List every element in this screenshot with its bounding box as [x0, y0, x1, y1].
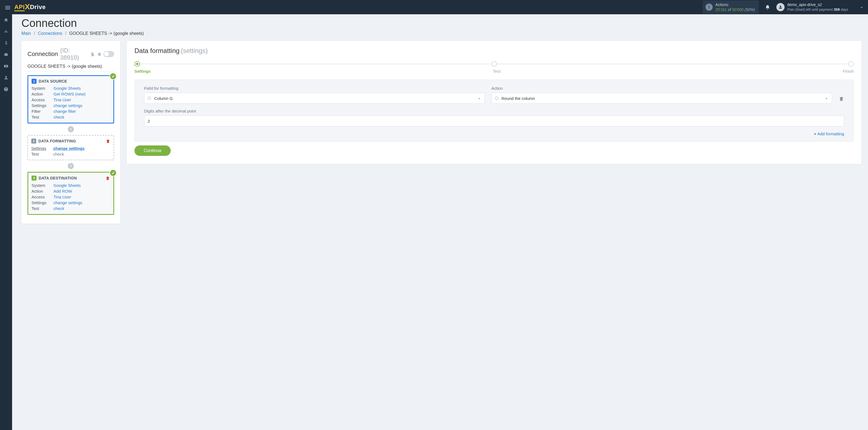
trash-icon [106, 139, 110, 144]
step-title: DATA SOURCE [39, 79, 67, 84]
step-number: 2 [31, 139, 36, 144]
rail-videos[interactable] [0, 60, 12, 72]
page: Connection Main / Connections / GOOGLE S… [12, 14, 868, 235]
settings-button[interactable] [97, 52, 101, 57]
dest-test-link[interactable]: check [54, 206, 64, 211]
briefcase-icon [4, 52, 8, 57]
left-rail [0, 14, 12, 235]
radio-icon [495, 97, 498, 100]
formatting-form: Field for formatting Column G Action Rou… [134, 80, 854, 142]
breadcrumb-main[interactable]: Main [22, 31, 31, 36]
delete-formatting-step[interactable] [106, 138, 110, 144]
digits-label: Digits after the decimal point [144, 109, 844, 113]
rail-help[interactable] [0, 84, 12, 95]
chevron-down-icon [477, 96, 481, 101]
logo-api: API [14, 4, 25, 11]
rail-account[interactable] [0, 72, 12, 84]
connection-id: (ID: 38910) [60, 47, 88, 61]
rail-billing[interactable] [0, 37, 12, 49]
youtube-icon [4, 64, 8, 69]
connection-heading: Connection [27, 51, 58, 58]
source-action-link[interactable]: Get ROWS (new) [54, 92, 86, 96]
formatting-panel: Data formatting (settings) Settings Test… [127, 41, 861, 164]
topbar-dropdown[interactable] [848, 4, 864, 10]
delete-destination-step[interactable] [105, 175, 110, 181]
dest-access-link[interactable]: Tina User [54, 194, 71, 199]
trash-icon [105, 176, 110, 181]
user-icon [4, 75, 8, 80]
home-icon [4, 18, 8, 23]
notifications-button[interactable] [765, 4, 770, 10]
menu-toggle[interactable] [2, 2, 13, 12]
source-test-link[interactable]: check [54, 115, 64, 119]
source-system-link[interactable]: Google Sheets [54, 86, 81, 91]
connection-toggle[interactable] [103, 51, 114, 57]
check-icon: ✓ [110, 73, 117, 80]
hamburger-icon [4, 4, 11, 11]
bell-icon [765, 5, 770, 10]
user-text: demo_apix-drive_s2 Plan |Start| left unt… [787, 2, 848, 12]
step-title: DATA DESTINATION [39, 176, 77, 180]
chevron-down-icon [825, 96, 829, 101]
sitemap-icon [4, 29, 8, 34]
step-title: DATA FORMATTING [38, 139, 76, 143]
dest-system-link[interactable]: Google Sheets [54, 183, 81, 188]
stepper [134, 61, 854, 67]
topbar: API X Drive i Actions: 25'161 of 50'000 … [0, 0, 868, 14]
breadcrumb-connections[interactable]: Connections [38, 31, 62, 36]
gear-icon [97, 52, 101, 57]
stepper-label-finish: Finish [843, 69, 854, 73]
source-filter-link[interactable]: change filter [54, 109, 76, 114]
radio-icon [148, 97, 151, 100]
formatting-settings-link[interactable]: change settings [53, 146, 85, 151]
actions-badge[interactable]: i Actions: 25'161 of 50'000 (50%) [703, 1, 759, 14]
copy-button[interactable] [90, 52, 95, 57]
rail-connections[interactable] [0, 26, 12, 37]
info-icon: i [706, 4, 713, 11]
source-settings-link[interactable]: change settings [54, 103, 82, 108]
add-step-button-2[interactable]: + [68, 163, 74, 169]
add-formatting-link[interactable]: +Add formatting [814, 131, 844, 136]
stepper-label-settings: Settings [134, 69, 151, 73]
breadcrumb: Main / Connections / GOOGLE SHEETS -> (g… [22, 31, 861, 36]
logo-drive: Drive [30, 4, 46, 11]
connection-name: GOOGLE SHEETS -> (google sheets) [27, 64, 114, 71]
stepper-node-finish[interactable] [848, 61, 854, 67]
step-data-formatting[interactable]: 2 DATA FORMATTING Settingschange setting… [27, 135, 114, 160]
avatar-icon [776, 3, 784, 11]
connection-panel: Connection (ID: 38910) GOOGLE SHEETS -> … [22, 41, 120, 224]
logo-x-icon: X [25, 2, 30, 11]
stepper-node-test[interactable] [492, 61, 497, 67]
help-icon [4, 87, 8, 92]
field-for-formatting-select[interactable]: Column G [144, 93, 485, 104]
check-icon: ✓ [110, 169, 117, 177]
actions-text: Actions: 25'161 of 50'000 (50%) [715, 2, 755, 12]
delete-formatting-row[interactable] [839, 95, 844, 104]
rail-projects[interactable] [0, 49, 12, 60]
continue-button[interactable]: Continue [134, 146, 171, 156]
logo[interactable]: API X Drive [14, 3, 45, 11]
trash-icon [839, 96, 844, 101]
action-select[interactable]: Round the column [492, 93, 832, 104]
field-value: Column G [154, 96, 173, 101]
plus-icon: + [814, 131, 816, 136]
page-title: Connection [22, 17, 861, 29]
source-access-link[interactable]: Tina User [54, 97, 71, 102]
stepper-node-settings[interactable] [134, 61, 140, 67]
breadcrumb-current: GOOGLE SHEETS -> (google sheets) [69, 31, 144, 36]
step-number: 1 [32, 79, 36, 84]
field-for-formatting-label: Field for formatting [144, 86, 485, 91]
user-menu[interactable]: demo_apix-drive_s2 Plan |Start| left unt… [776, 2, 848, 12]
formatting-test: check [53, 152, 110, 156]
dollar-icon [4, 41, 8, 45]
rail-home[interactable] [0, 14, 12, 26]
add-step-button[interactable]: + [68, 126, 74, 132]
file-icon [90, 52, 95, 57]
step-number: 3 [32, 176, 36, 181]
dest-action-link[interactable]: Add ROW [54, 189, 72, 193]
step-data-source[interactable]: ✓ 1 DATA SOURCE SystemGoogle Sheets Acti… [27, 75, 114, 123]
dest-settings-link[interactable]: change settings [54, 200, 82, 205]
digits-input[interactable]: 2 [144, 116, 844, 126]
stepper-label-test: Test [151, 69, 843, 73]
step-data-destination[interactable]: ✓ 3 DATA DESTINATION SystemGoogle Sheets… [27, 172, 114, 215]
